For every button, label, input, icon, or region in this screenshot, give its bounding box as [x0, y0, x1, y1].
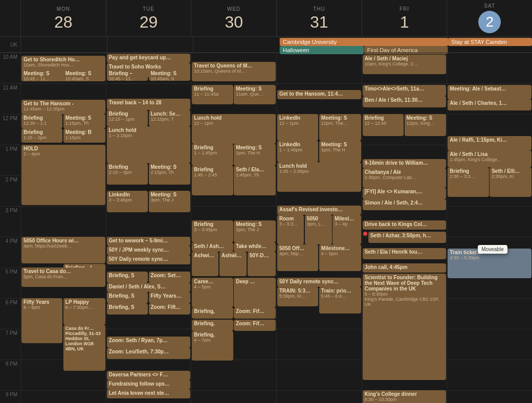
event-sat-ale-raffi[interactable]: Ale / Raffi, 1:15pm, Ki… [448, 136, 531, 150]
event-thu-room-1[interactable]: Room 3 – 5:3… [277, 215, 304, 244]
event-wed-zoom-fif-right[interactable]: Zoom: Fif… [234, 307, 276, 319]
event-fri-ben[interactable]: Ben / Ale / Seth, 11:30… [363, 96, 447, 107]
event-thu-5050-left[interactable]: 5050 Off… 4pm, http… [277, 244, 318, 271]
event-thu-milest-3[interactable]: Milest… 3 – 4p [332, 215, 361, 244]
event-tue-pay[interactable]: Pay and get keycard up… [107, 54, 191, 63]
event-mon-meeting-s-right[interactable]: Meeting: S 10:45am, S [63, 70, 105, 81]
event-tue-ania[interactable]: Let Ania know next ste… [107, 389, 191, 398]
event-tue-50y-daily[interactable]: 50Y Daily remote sync… [107, 255, 191, 264]
event-wed-seth-ash-left[interactable]: Seth / Ash… [192, 242, 233, 252]
grid-scroll[interactable]: 10 AM 11 AM 12 PM 1 PM 2 PM 3 PM 4 PM 5 … [0, 53, 532, 403]
event-thu-meeting-12-right[interactable]: Meeting: S 12pm, The… [319, 114, 361, 141]
event-thu-train-right[interactable]: Train: prio… 5:45 – 6:4… [319, 287, 361, 314]
event-tue-linkedin-left[interactable]: LinkedIn 3 – 3:45pm [107, 191, 148, 212]
event-wed-take-while-right[interactable]: Take while… [234, 242, 276, 252]
event-fri-meeting-12-right[interactable]: Meeting: S 12pm, King… [405, 114, 447, 136]
event-wed-seth-ela-right[interactable]: Seth / Ela… 1:45pm, Th [234, 166, 276, 195]
event-sat-seth-elli-right[interactable]: Seth / Elli… 2:30pm, Ki [490, 167, 531, 197]
event-mon-5050[interactable]: 5050 Office Hours wi… 4pm, https://us02w… [21, 237, 105, 263]
event-mon-meeting-s-left[interactable]: Meeting: S 10:45 – 11… [21, 70, 62, 81]
event-thu-train-left[interactable]: TRAIN: 5:3… 5:39pm, Ki… [277, 287, 318, 306]
event-fri-timo[interactable]: Timo<>Ale<>Seth, 11a… [363, 85, 447, 96]
event-mon-travel-casa[interactable]: Travel to Casa do… 5pm, Casa do Fran… [21, 267, 105, 287]
event-tue-meeting-3-right[interactable]: Meeting: S 3pm, The J [149, 191, 191, 212]
event-tue-briefing-5-left[interactable]: Briefing, S [107, 272, 148, 283]
event-wed-meeting-11-right[interactable]: Meeting: S 11am, Que… [234, 85, 276, 104]
event-tue-fundraising[interactable]: Fundraising follow ups… [107, 380, 191, 389]
event-wed-meeting-3-right[interactable]: Meeting: S 3pm, The J [234, 220, 276, 242]
event-thu-meeting-1-right[interactable]: Meeting: S 1pm, The H [319, 141, 361, 162]
event-mon-hold[interactable]: HOLD 2 – 4pm [21, 145, 105, 205]
event-wed-briefing-6-left[interactable]: Briefing, [192, 320, 233, 331]
event-mon-meeting-12-right[interactable]: Meeting: S 1:15pm, Th [63, 114, 105, 128]
event-fri-seth-ela-henrik[interactable]: Seth / Ela / Henrik tou… [363, 248, 447, 259]
event-tue-daversa[interactable]: Daversa Partners <> F… [107, 371, 191, 380]
event-thu-linkedin-1-left[interactable]: LinkedIn 1 – 1:45pm [277, 141, 318, 162]
event-sat-ale-seth-charles[interactable]: Ale / Seth / Charles, 1… [448, 99, 531, 110]
event-wed-career-left[interactable]: Caree… 4 – 5pm [192, 278, 233, 307]
event-wed-briefing-3-left[interactable]: Briefing 3 – 3:45pm [192, 220, 233, 242]
event-wed-briefing-11-left[interactable]: Briefing 11 – 11:45a [192, 85, 233, 104]
event-tue-zoom-leo[interactable]: Zoom: Leo/Seth, 7:30p… [107, 348, 191, 359]
event-wed-briefing-4-7[interactable]: Briefing, 4 – 7pm [192, 331, 233, 361]
event-fri-briefing-12-left[interactable]: Briefing 12 – 12:45 [363, 114, 404, 136]
event-mon-hansom[interactable]: Get to The Hansom - 11:45am – 12:30pm [21, 100, 105, 114]
event-thu-get-hansom[interactable]: Get to the Hansom, 11:4… [277, 90, 361, 99]
event-tue-zoom-set-right[interactable]: Zoom: Set… [149, 272, 191, 283]
event-wed-queens[interactable]: Travel to Queens of M… 10:15am, Queens o… [192, 62, 276, 81]
event-sat-briefing-left[interactable]: Briefing 2:30 – 3:3… [448, 167, 489, 197]
event-tue-50y-jpm[interactable]: 50Y / JPM weekly sync… [107, 246, 191, 255]
event-mon-lp-happy[interactable]: LP Happy 6 – 7:30pm… [63, 298, 105, 325]
stay-camden-event[interactable]: Stay at STAY Camden [448, 38, 532, 46]
event-tue-zoom-ryan[interactable]: Zoom: Seth / Ryan, 7p… [107, 337, 191, 348]
event-thu-50y-daily[interactable]: 50Y Daily remote sync… [277, 278, 361, 287]
event-fri-john-call[interactable]: John call, 4:45pm [363, 263, 447, 273]
event-fri-chaitanya[interactable]: Chaitanya / Ale 1:30pm, Computer Lab… [363, 168, 447, 188]
event-mon-meeting-1-right[interactable]: Meeting: B 1:15pm [63, 128, 105, 143]
event-wed-briefing-5-left[interactable]: Briefing, [192, 307, 233, 319]
event-wed-briefing-145-left[interactable]: Briefing 1:45 – 2:45 [192, 166, 233, 195]
event-wed-deep-right[interactable]: Deep … [234, 278, 276, 307]
event-fri-simon[interactable]: Simon / Ale / Seth, 2:4… [363, 199, 447, 210]
event-tue-briefing-12-left[interactable]: Briefing 12:15 – 1pm [107, 110, 148, 126]
event-tue-lunch-se-right[interactable]: Lunch: Se… 12:15pm, T [149, 110, 191, 126]
event-tue-travel-back[interactable]: Travel back – 14 to 28 [107, 99, 191, 110]
event-fri-drive[interactable]: 9-16min drive to William… [363, 159, 447, 168]
event-fri-scientist[interactable]: Scientist to Founder: Building the Next … [363, 274, 447, 380]
event-tue-briefing-left[interactable]: Briefing – 10:45 – 11… [107, 70, 148, 81]
event-mon-fifty-years[interactable]: Fifty Years 6 – 9pm [21, 298, 62, 343]
event-fri-ale-seth-maciej[interactable]: Ale / Seth / Maciej 10am, King's College… [363, 55, 447, 74]
event-tue-lunch-hold[interactable]: Lunch hold 1 – 2:15pm [107, 126, 191, 163]
event-sat-ale-seth-lisa[interactable]: Ale / Seth / Lisa 1:45pm, King's College… [448, 150, 531, 167]
cambridge-university-event[interactable]: Cambridge University [280, 38, 448, 46]
event-wed-meeting-1-right[interactable]: Meeting: S 1pm, The H [234, 144, 276, 166]
event-mon-briefing-1-left[interactable]: Briefing 1:15 – 2pm [21, 128, 62, 143]
event-thu-milestone-right[interactable]: Milestone… 4 – 5pm [319, 244, 361, 271]
event-tue-meeting-2-right[interactable]: Meeting: S 2:15pm, Th [149, 163, 191, 185]
event-tue-daniel[interactable]: Daniel / Seth / Alex, S… [107, 283, 191, 292]
event-thu-5050-2[interactable]: 5050 3pm, L… [305, 215, 332, 244]
event-wed-zoom-fif2-right[interactable]: Zoom: Fif… [234, 320, 276, 331]
event-wed-briefing-1-left[interactable]: Briefing 1 – 1:45pm [192, 144, 233, 166]
event-mon-casa-address[interactable]: Casa do Fr… Piccadilly, 31-33 Heddon St,… [63, 325, 105, 371]
event-fri-kings-dinner[interactable]: King's College dinner 8:30 – 10:30pm [363, 390, 447, 403]
event-mon-briefing-12-left[interactable]: Briefing 12:30 – 1:1 [21, 114, 62, 128]
event-wed-ashwi-1[interactable]: Ashwi… [192, 252, 218, 276]
event-fri-seth-azhar[interactable]: Seth / Azhar, 3:50pm, h… [368, 232, 447, 243]
event-wed-ashwin-2[interactable]: Ashwin… [219, 252, 247, 276]
event-thu-linkedin-left[interactable]: LinkedIn 12 – 1pm [277, 114, 318, 141]
event-thu-assaf[interactable]: Assaf's Revised investo… [277, 206, 361, 215]
event-fri-fyi-kumaran[interactable]: [FYI] Ale <> Kumaran,… [363, 188, 447, 199]
event-tue-wework[interactable]: Get to wework – 5-9mi… [107, 237, 191, 246]
event-tue-briefing-2-left[interactable]: Briefing 2:15 – 3pm [107, 163, 148, 185]
event-fri-drive-back[interactable]: Drive back to Kings Col… [363, 220, 447, 230]
event-tue-fifty-right[interactable]: Fifty Years… [149, 292, 191, 303]
event-tue-zoom-fift-right[interactable]: Zoom: Fift… [149, 303, 191, 315]
event-thu-lunch-hold[interactable]: Lunch hold 1:45 – 2:45pm [277, 162, 361, 192]
event-wed-lunch-hold[interactable]: Lunch hold 12 – 1pm [192, 114, 276, 144]
event-tue-briefing-6-left[interactable]: Briefing, S [107, 292, 148, 303]
event-wed-50y-d[interactable]: 50Y-D… [248, 252, 276, 276]
event-sat-meeting-ale[interactable]: Meeting: Ale / Sebast… [448, 85, 531, 99]
halloween-event[interactable]: Halloween [280, 46, 364, 54]
event-tue-meeting-right[interactable]: Meeting: S 10:45am, S [149, 70, 191, 81]
